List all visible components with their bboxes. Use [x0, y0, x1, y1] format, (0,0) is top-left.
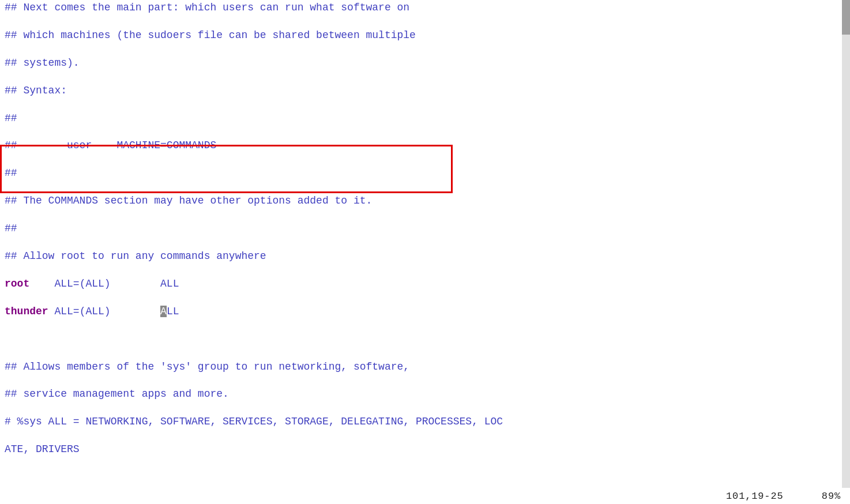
code-value-root: ALL=(ALL) ALL: [29, 278, 179, 289]
code-line-thunder: thunder ALL=(ALL) ALL: [5, 304, 850, 320]
code-line: ## service management apps and more.: [5, 386, 850, 403]
code-line: ##: [5, 221, 850, 237]
code-line: ## The COMMANDS section may have other o…: [5, 193, 850, 209]
status-zoom: 89%: [822, 491, 841, 502]
code-line-root: root ALL=(ALL) ALL: [5, 276, 850, 292]
editor-container: ## Next comes the main part: which users…: [0, 0, 850, 504]
code-line: ## Next comes the main part: which users…: [5, 0, 850, 16]
status-position: 101,19-25: [726, 491, 783, 502]
code-line: ##: [5, 166, 850, 182]
scrollbar-thumb[interactable]: [842, 0, 850, 35]
code-value-thunder-after: LL: [167, 306, 179, 317]
code-line-blank: [5, 469, 850, 486]
code-line: ## which machines (the sudoers file can …: [5, 28, 850, 44]
editor-content[interactable]: ## Next comes the main part: which users…: [0, 0, 850, 488]
code-line: ## Allows members of the 'sys' group to …: [5, 359, 850, 375]
code-line: ##: [5, 111, 850, 127]
code-line: ATE, DRIVERS: [5, 442, 850, 458]
keyword-thunder: thunder: [5, 306, 48, 317]
status-bar: 101,19-25 89%: [0, 488, 850, 504]
cursor-char: A: [160, 306, 167, 317]
code-line: # %sys ALL = NETWORKING, SOFTWARE, SERVI…: [5, 414, 850, 430]
code-line: ## Syntax:: [5, 83, 850, 99]
code-line-blank: [5, 332, 850, 348]
code-line: ## user MACHINE=COMMANDS: [5, 138, 850, 154]
code-line-highlight-comment: ## Allow root to run any commands anywhe…: [5, 249, 850, 265]
code-line: ## systems).: [5, 55, 850, 72]
scrollbar[interactable]: [842, 0, 850, 488]
status-spacer: [784, 491, 822, 502]
code-value-thunder: ALL=(ALL): [48, 306, 160, 317]
keyword-root: root: [5, 278, 29, 289]
